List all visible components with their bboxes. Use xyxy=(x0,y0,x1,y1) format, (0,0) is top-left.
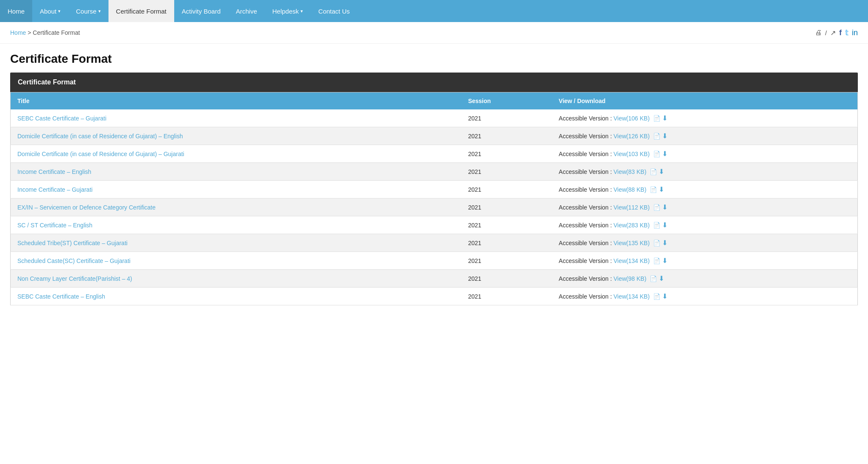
view-link[interactable]: View(134 KB) xyxy=(614,257,650,264)
certificate-title-link[interactable]: SEBC Caste Certificate – English xyxy=(17,293,105,300)
session-cell: 2021 xyxy=(461,163,552,181)
view-link[interactable]: View(134 KB) xyxy=(614,293,650,300)
certificate-table: Title Session View / Download SEBC Caste… xyxy=(10,92,858,305)
view-link[interactable]: View(103 KB) xyxy=(614,151,650,157)
download-icon[interactable]: ⬇ xyxy=(662,221,668,229)
session-cell: 2021 xyxy=(461,288,552,305)
pdf-icon: 📄 xyxy=(648,275,657,282)
share-icon[interactable] xyxy=(830,29,836,37)
certificate-title-link[interactable]: Income Certificate – Gujarati xyxy=(17,186,92,193)
col-title: Title xyxy=(11,92,462,110)
session-cell: 2021 xyxy=(461,198,552,216)
view-link[interactable]: View(283 KB) xyxy=(614,222,650,229)
certificate-title-link[interactable]: Scheduled Tribe(ST) Certificate – Gujara… xyxy=(17,240,128,246)
download-icon[interactable]: ⬇ xyxy=(662,293,668,300)
download-icon[interactable]: ⬇ xyxy=(662,150,668,157)
certificate-title-link[interactable]: SEBC Caste Certificate – Gujarati xyxy=(17,115,106,122)
certificate-title-link[interactable]: Non Creamy Layer Certificate(Parishist –… xyxy=(17,275,132,282)
breadcrumb-separator: > xyxy=(28,29,33,36)
accessible-version-label: Accessible Version : xyxy=(559,133,613,140)
session-cell: 2021 xyxy=(461,270,552,288)
table-row: Income Certificate – English2021Accessib… xyxy=(11,163,858,181)
view-download-cell: Accessible Version : View(88 KB) 📄⬇ xyxy=(552,181,857,198)
view-download-cell: Accessible Version : View(134 KB) 📄⬇ xyxy=(552,252,857,270)
session-cell: 2021 xyxy=(461,109,552,127)
accessible-version-label: Accessible Version : xyxy=(559,222,613,229)
linkedin-icon[interactable]: in xyxy=(852,28,858,37)
session-cell: 2021 xyxy=(461,234,552,252)
view-link[interactable]: View(88 KB) xyxy=(614,186,647,193)
view-link[interactable]: View(126 KB) xyxy=(614,133,650,140)
certificate-table-section: Certificate Format Title Session View / … xyxy=(0,73,868,322)
accessible-version-label: Accessible Version : xyxy=(559,186,613,193)
accessible-version-label: Accessible Version : xyxy=(559,257,613,264)
social-bar: / f 𝕥 in xyxy=(815,28,858,37)
nav-item-contact-us[interactable]: Contact Us xyxy=(311,0,357,22)
view-download-cell: Accessible Version : View(112 KB) 📄⬇ xyxy=(552,198,857,216)
pdf-icon: 📄 xyxy=(651,240,660,246)
nav-item-home[interactable]: Home xyxy=(0,0,32,22)
pdf-icon: 📄 xyxy=(651,293,660,300)
table-row: Scheduled Tribe(ST) Certificate – Gujara… xyxy=(11,234,858,252)
view-download-cell: Accessible Version : View(106 KB) 📄⬇ xyxy=(552,109,857,127)
breadcrumb-home[interactable]: Home xyxy=(10,29,26,36)
nav-item-certificate-format[interactable]: Certificate Format xyxy=(108,0,174,22)
certificate-title-link[interactable]: Scheduled Caste(SC) Certificate – Gujara… xyxy=(17,257,131,264)
table-row: Domicile Certificate (in case of Residen… xyxy=(11,145,858,163)
view-link[interactable]: View(106 KB) xyxy=(614,115,650,122)
certificate-title-link[interactable]: Income Certificate – English xyxy=(17,168,91,175)
twitter-icon[interactable]: 𝕥 xyxy=(845,28,849,37)
certificate-title-link[interactable]: EX/IN – Servicemen or Defence Category C… xyxy=(17,204,156,211)
accessible-version-label: Accessible Version : xyxy=(559,204,613,211)
pdf-icon: 📄 xyxy=(648,168,657,175)
view-link[interactable]: View(98 KB) xyxy=(614,275,647,282)
view-download-cell: Accessible Version : View(126 KB) 📄⬇ xyxy=(552,127,857,145)
page-title: Certificate Format xyxy=(10,52,858,66)
breadcrumb-bar: Home > Certificate Format / f 𝕥 in xyxy=(0,22,868,44)
accessible-version-label: Accessible Version : xyxy=(559,240,613,246)
download-icon[interactable]: ⬇ xyxy=(662,115,668,122)
download-icon[interactable]: ⬇ xyxy=(662,257,668,264)
certificate-title-link[interactable]: Domicile Certificate (in case of Residen… xyxy=(17,151,184,157)
download-icon[interactable]: ⬇ xyxy=(662,239,668,246)
pdf-icon: 📄 xyxy=(651,151,660,157)
view-link[interactable]: View(112 KB) xyxy=(614,204,650,211)
download-icon[interactable]: ⬇ xyxy=(659,168,664,175)
table-section-title: Certificate Format xyxy=(10,73,858,92)
accessible-version-label: Accessible Version : xyxy=(559,115,613,122)
dropdown-arrow: ▾ xyxy=(98,8,101,14)
download-icon[interactable]: ⬇ xyxy=(659,186,664,193)
session-cell: 2021 xyxy=(461,216,552,234)
table-row: Domicile Certificate (in case of Residen… xyxy=(11,127,858,145)
view-link[interactable]: View(135 KB) xyxy=(614,240,650,246)
nav-item-archive[interactable]: Archive xyxy=(228,0,264,22)
view-download-cell: Accessible Version : View(134 KB) 📄⬇ xyxy=(552,288,857,305)
col-view-download: View / Download xyxy=(552,92,857,110)
certificate-title-link[interactable]: Domicile Certificate (in case of Residen… xyxy=(17,133,183,140)
pdf-icon: 📄 xyxy=(651,133,660,140)
accessible-version-label: Accessible Version : xyxy=(559,293,613,300)
view-download-cell: Accessible Version : View(98 KB) 📄⬇ xyxy=(552,270,857,288)
download-icon[interactable]: ⬇ xyxy=(662,132,668,140)
download-icon[interactable]: ⬇ xyxy=(659,275,664,282)
print-icon[interactable] xyxy=(815,29,822,36)
view-download-cell: Accessible Version : View(83 KB) 📄⬇ xyxy=(552,163,857,181)
session-cell: 2021 xyxy=(461,252,552,270)
breadcrumb-current: Certificate Format xyxy=(33,29,80,36)
facebook-icon[interactable]: f xyxy=(839,28,842,37)
nav-item-about[interactable]: About▾ xyxy=(32,0,68,22)
dropdown-arrow: ▾ xyxy=(300,8,303,14)
dropdown-arrow: ▾ xyxy=(58,8,61,14)
nav-item-activity-board[interactable]: Activity Board xyxy=(174,0,228,22)
nav-item-helpdesk[interactable]: Helpdesk▾ xyxy=(265,0,311,22)
view-download-cell: Accessible Version : View(135 KB) 📄⬇ xyxy=(552,234,857,252)
table-row: EX/IN – Servicemen or Defence Category C… xyxy=(11,198,858,216)
download-icon[interactable]: ⬇ xyxy=(662,204,668,211)
col-session: Session xyxy=(461,92,552,110)
session-cell: 2021 xyxy=(461,145,552,163)
view-link[interactable]: View(83 KB) xyxy=(614,168,647,175)
nav-item-course[interactable]: Course▾ xyxy=(68,0,108,22)
divider: / xyxy=(825,29,827,36)
table-row: Non Creamy Layer Certificate(Parishist –… xyxy=(11,270,858,288)
certificate-title-link[interactable]: SC / ST Certificate – English xyxy=(17,222,92,229)
